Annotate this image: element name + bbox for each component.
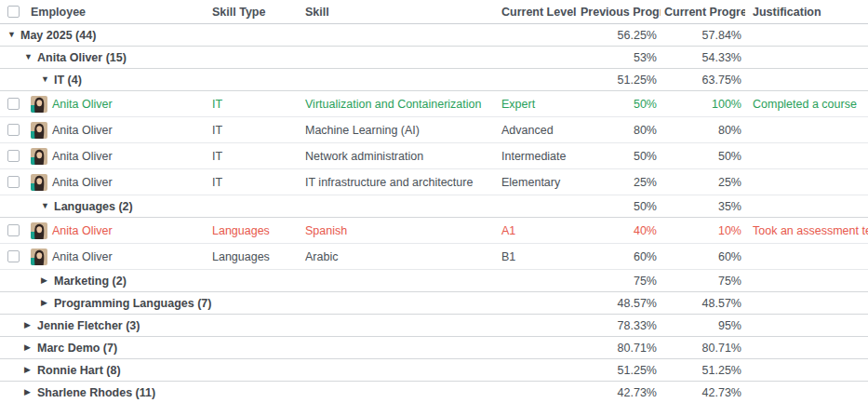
group-label: Ronnie Hart (8) <box>37 364 121 377</box>
caret-down-icon[interactable]: ▼ <box>41 75 54 84</box>
skill-row[interactable]: Anita Oliver Languages Arabic B1 60% 60% <box>0 244 868 270</box>
skill-row[interactable]: Anita Oliver IT Machine Learning (AI) Ad… <box>0 117 868 143</box>
skill-cell[interactable]: Machine Learning (AI) <box>301 124 498 137</box>
column-header-skill-type[interactable]: Skill Type <box>208 6 301 19</box>
employee-name: Anita Oliver <box>52 150 113 163</box>
employee-cell[interactable]: Anita Oliver <box>26 222 208 239</box>
row-checkbox[interactable] <box>7 176 20 188</box>
group-label: May 2025 (44) <box>20 29 96 42</box>
skill-type-cell[interactable]: Languages <box>208 250 301 263</box>
group-previous-progress: 80.71% <box>577 342 661 355</box>
skill-cell[interactable]: IT infrastructure and architecture <box>301 176 498 189</box>
justification-cell[interactable]: Completed a course <box>745 98 868 111</box>
skill-type-cell[interactable]: IT <box>208 124 301 137</box>
row-checkbox[interactable] <box>7 98 20 110</box>
employee-cell[interactable]: Anita Oliver <box>26 96 208 113</box>
employee-avatar-image <box>31 122 47 139</box>
skill-cell[interactable]: Spanish <box>301 224 498 237</box>
skill-type-cell[interactable]: IT <box>208 98 301 111</box>
caret-right-icon[interactable]: ▶ <box>24 321 37 329</box>
previous-progress-cell[interactable]: 60% <box>577 250 661 263</box>
column-header-current-progress[interactable]: Current Progress <box>661 6 745 19</box>
skill-type-cell[interactable]: IT <box>208 150 301 163</box>
skill-row[interactable]: Anita Oliver IT Network administration I… <box>0 143 868 169</box>
previous-progress-cell[interactable]: 25% <box>577 176 661 189</box>
employee-name: Anita Oliver <box>52 98 113 111</box>
row-checkbox[interactable] <box>7 224 20 236</box>
employee-name: Anita Oliver <box>52 176 113 189</box>
group-current-progress: 63.75% <box>661 74 745 87</box>
group-row[interactable]: ▶ Sharlene Rhodes (11) 42.73% 42.73% <box>0 382 868 403</box>
group-row[interactable]: ▼ Anita Oliver (15) 53% 54.33% <box>0 47 868 69</box>
select-all-checkbox[interactable] <box>7 6 20 18</box>
employee-cell[interactable]: Anita Oliver <box>26 249 208 265</box>
column-header-current-level[interactable]: Current Level <box>498 6 577 19</box>
list-body: ▼ May 2025 (44) 56.25% 57.84% ▼ Anita Ol… <box>0 24 868 403</box>
current-level-cell[interactable]: B1 <box>498 250 577 263</box>
group-header-cell: ▼ May 2025 (44) <box>0 29 577 42</box>
group-header-cell: ▼ Anita Oliver (15) <box>0 51 577 64</box>
group-row[interactable]: ▼ Languages (2) 50% 35% <box>0 195 868 218</box>
group-header-cell: ▼ Languages (2) <box>0 200 577 213</box>
skill-row[interactable]: Anita Oliver Languages Spanish A1 40% 10… <box>0 218 868 244</box>
previous-progress-cell[interactable]: 50% <box>577 150 661 163</box>
row-checkbox[interactable] <box>7 250 20 262</box>
group-label: Jennie Fletcher (3) <box>37 319 140 332</box>
group-label: Marketing (2) <box>54 275 127 288</box>
previous-progress-cell[interactable]: 80% <box>577 124 661 137</box>
current-progress-cell[interactable]: 50% <box>661 150 745 163</box>
current-level-cell[interactable]: Elementary <box>498 176 577 189</box>
group-current-progress: 51.25% <box>661 364 745 377</box>
caret-right-icon[interactable]: ▶ <box>41 299 54 307</box>
group-row[interactable]: ▶ Marc Demo (7) 80.71% 80.71% <box>0 337 868 359</box>
group-row[interactable]: ▶ Ronnie Hart (8) 51.25% 51.25% <box>0 359 868 382</box>
skill-row[interactable]: Anita Oliver IT IT infrastructure and ar… <box>0 169 868 195</box>
skill-type-cell[interactable]: IT <box>208 176 301 189</box>
caret-right-icon[interactable]: ▶ <box>24 388 37 396</box>
employee-cell[interactable]: Anita Oliver <box>26 174 208 191</box>
group-header-cell: ▶ Ronnie Hart (8) <box>0 364 577 377</box>
current-progress-cell[interactable]: 60% <box>661 250 745 263</box>
column-header-skill[interactable]: Skill <box>301 6 498 19</box>
row-checkbox-cell <box>0 98 26 110</box>
employee-cell[interactable]: Anita Oliver <box>26 122 208 139</box>
caret-down-icon[interactable]: ▼ <box>7 31 20 39</box>
group-row[interactable]: ▼ May 2025 (44) 56.25% 57.84% <box>0 24 868 47</box>
column-header-previous-progress[interactable]: Previous Progress <box>577 6 661 19</box>
current-progress-cell[interactable]: 25% <box>661 176 745 189</box>
group-header-cell: ▶ Jennie Fletcher (3) <box>0 319 577 332</box>
current-level-cell[interactable]: Expert <box>498 98 577 111</box>
group-label: IT (4) <box>54 74 82 87</box>
skill-cell[interactable]: Arabic <box>301 250 498 263</box>
caret-down-icon[interactable]: ▼ <box>24 53 37 61</box>
header-checkbox-cell <box>0 6 26 18</box>
caret-right-icon[interactable]: ▶ <box>24 366 37 374</box>
row-checkbox[interactable] <box>7 124 20 136</box>
caret-right-icon[interactable]: ▶ <box>24 343 37 352</box>
group-row[interactable]: ▼ IT (4) 51.25% 63.75% <box>0 69 868 91</box>
employee-cell[interactable]: Anita Oliver <box>26 148 208 165</box>
column-header-justification[interactable]: Justification <box>745 6 868 19</box>
caret-down-icon[interactable]: ▼ <box>41 202 54 210</box>
skill-cell[interactable]: Network administration <box>301 150 498 163</box>
current-progress-cell[interactable]: 100% <box>661 98 745 111</box>
current-level-cell[interactable]: Advanced <box>498 124 577 137</box>
skill-cell[interactable]: Virtualization and Containerization <box>301 98 498 111</box>
group-row[interactable]: ▶ Jennie Fletcher (3) 78.33% 95% <box>0 315 868 337</box>
current-progress-cell[interactable]: 80% <box>661 124 745 137</box>
group-row[interactable]: ▶ Programming Languages (7) 48.57% 48.57… <box>0 292 868 315</box>
previous-progress-cell[interactable]: 50% <box>577 98 661 111</box>
current-level-cell[interactable]: A1 <box>498 224 577 237</box>
group-label: Anita Oliver (15) <box>37 51 127 64</box>
group-previous-progress: 78.33% <box>577 319 661 332</box>
caret-right-icon[interactable]: ▶ <box>41 276 54 285</box>
skill-row[interactable]: Anita Oliver IT Virtualization and Conta… <box>0 91 868 117</box>
current-progress-cell[interactable]: 10% <box>661 224 745 237</box>
previous-progress-cell[interactable]: 40% <box>577 224 661 237</box>
row-checkbox[interactable] <box>7 150 20 162</box>
group-row[interactable]: ▶ Marketing (2) 75% 75% <box>0 270 868 292</box>
column-header-employee[interactable]: Employee <box>26 6 208 19</box>
current-level-cell[interactable]: Intermediate <box>498 150 577 163</box>
skill-type-cell[interactable]: Languages <box>208 224 301 237</box>
justification-cell[interactable]: Took an assessment test <box>745 224 868 237</box>
